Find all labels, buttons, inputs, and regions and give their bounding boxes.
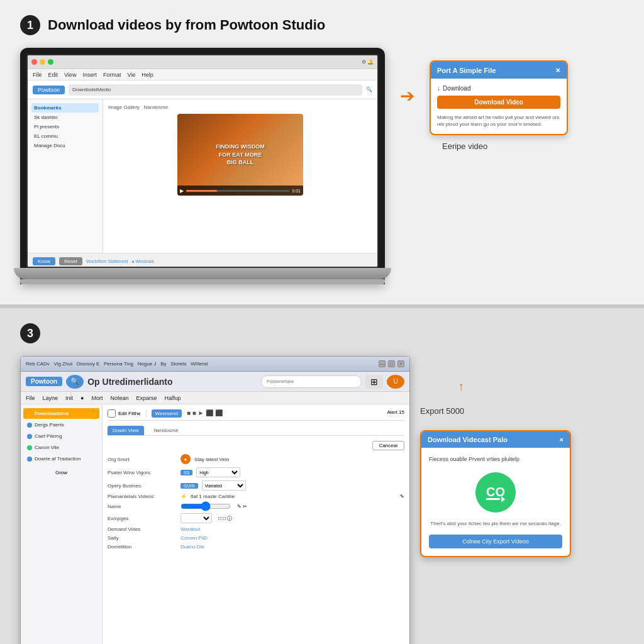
menu-layne[interactable]: Layne [43,395,58,401]
reset-button[interactable]: Reset [59,257,82,265]
toggle-icons: □ □ ⓘ [218,515,232,522]
submenu-checkbox: Edit Filthe [108,409,147,418]
sidebar-icon-dergs [27,423,32,428]
menu-mort[interactable]: Mort [92,395,103,401]
know-button[interactable]: Know [33,257,55,265]
co-circle: CO [475,472,516,513]
label-plamantetals: Plamantetals Videos: [108,494,177,499]
laptop-foot [20,279,385,284]
alert-badge: Alert 15 [387,409,404,418]
label-org-snort: Org Snort [108,457,177,462]
play-icon[interactable]: ▶ [180,188,184,194]
badge-opery: GUIN [180,483,198,489]
link-dometition[interactable]: Dueno Dle [180,544,204,550]
sidebar-item-canon[interactable]: Canon Vile [23,442,99,453]
link-demand[interactable]: Wantlout [180,526,200,532]
label-opery: Opery Bustnes: [108,483,177,489]
laptop: ⚙ 🔔 File Edit View Insert Format Vie Hel… [20,48,385,284]
progress-fill [186,190,217,192]
form-row-dometition: Dometition Dueno Dle [108,544,404,550]
maximize-dot[interactable] [48,59,53,65]
label-demand: Demand Vides [108,526,177,532]
url-bar[interactable]: DowntlodelMedio [69,84,362,96]
submenu-weorsend[interactable]: Weorsend [152,409,182,418]
dialog-header: Port A Simple File × [431,62,567,79]
val-plamantetals: 6af 1 maste Cartitre [191,494,235,499]
form-row-org-snort: Org Snort ● Stay latest Velo [108,454,404,464]
label-name: Name [108,504,177,509]
minimize-dot[interactable] [40,59,45,65]
slider-name[interactable] [180,502,231,510]
download-video-button[interactable]: Download Video [437,96,560,109]
export-dialog-body: Fiecess ouable Prvent vrties pluitelp CO… [421,448,570,556]
sidebar-item-dergs[interactable]: Dergs Paerts [23,419,99,430]
btn-plamantetals[interactable]: ✎ [400,494,404,499]
export-dialog-close[interactable]: × [560,436,564,443]
menu-init[interactable]: Init [65,395,73,401]
link-salty[interactable]: Cornen PilD [180,535,208,541]
tab-dowln[interactable]: Dowln View [108,426,144,435]
menu-dot: ● [80,395,84,401]
close-button[interactable]: × [397,360,404,367]
winsload-link[interactable]: ● Winsload [131,259,153,264]
export-dialog-header: Download Videcast Palo × [421,431,570,448]
dialog-body: ↓ Download Download Video Making the aim… [431,79,567,134]
menu-file[interactable]: File [26,395,35,401]
video-thumbnail: FINDING WISDOMFOR EAT MOREBIG BALL ▶ 0:0… [177,114,303,196]
panel-step3: 3 Reb CADv Vig Zhut Dioosoy E Persona Ti… [0,308,644,644]
sidebar-item-manage[interactable]: Manage Docu [31,141,99,150]
app-window: Reb CADv Vig Zhut Dioosoy E Persona Ting… [20,356,410,644]
sidebar-icon-canon [27,445,32,450]
sidebar-item-el[interactable]: EL commu [31,131,99,141]
win-controls: — □ × [379,360,404,367]
step1-content: ⚙ 🔔 File Edit View Insert Format Vie Hel… [20,48,624,284]
select-exmpges[interactable] [180,513,212,523]
search-icon: 🔍 [70,377,79,386]
toolbar-tab[interactable]: Powtoon [33,86,65,94]
step3-number: 3 [20,323,40,343]
tab-nendosme[interactable]: Nendosme [149,426,184,435]
laptop-screen: ⚙ 🔔 File Edit View Insert Format Vie Hel… [26,54,379,268]
sidebar-icon-download [27,411,32,416]
menu-exparse[interactable]: Exparse [136,395,157,401]
slider-icons: ✎ ✂ [237,504,247,509]
sidebar-item-download[interactable]: Downloadnme [23,408,99,419]
sidebar-item-caef[interactable]: Caef Pilemg [23,431,99,441]
search-input[interactable] [261,375,362,388]
app-sidebar: Downloadnme Dergs Paerts Caef Pilemg [21,404,103,644]
sidebar-item-sk[interactable]: Sk dashbo [31,113,99,122]
time-display: 0:01 [292,189,301,193]
screen-bottom-bar: Know Reset Wocbfition Stafement ● Winslo… [28,253,377,268]
dialog-close-icon[interactable]: × [555,65,560,75]
export-arrow-area: Export 5000 [420,406,464,416]
minimize-button[interactable]: — [379,360,386,367]
progress-bar[interactable] [186,190,289,192]
sidebar-item-dowrie[interactable]: Dowrie af Tradaction [23,453,99,464]
grid-icon[interactable]: ⊞ [365,375,383,389]
search-circle[interactable]: 🔍 [66,375,84,389]
download-dialog: Port A Simple File × ↓ Download Download… [430,60,568,135]
form-row-exmpges: Exmpges □ □ ⓘ [108,513,404,523]
form-row-opery: Opery Bustnes: GUIN Viariated [108,480,404,491]
maximize-button[interactable]: □ [388,360,395,367]
laptop-base [14,268,391,279]
wocbfition-link[interactable]: Wocbfition Stafement [86,259,128,264]
sidebar-item-bookmarks[interactable]: Bookmarks [31,103,99,113]
export-dialog-button[interactable]: Colnee City Export Videoo [429,535,562,548]
step1-header: 1 Download videos by from Powtoon Studio [20,15,624,35]
badge-psater: SS [180,470,192,475]
menu-halfup[interactable]: Halfup [165,395,181,401]
cancel-button[interactable]: Canceal [372,441,404,450]
sidebar-item-pl[interactable]: Pl presents [31,122,99,131]
submenu-icons: ■ ■ ► ⬛ ⬛ [187,409,223,418]
close-dot[interactable] [31,59,37,65]
form-row-plamantetals: Plamantetals Videos: ⚡ 6af 1 maste Carti… [108,494,404,499]
search-icon: 🔍 [366,87,372,92]
select-opery[interactable]: Viariated [202,480,246,491]
video-overlay-text: FINDING WISDOMFOR EAT MOREBIG BALL [216,143,265,167]
menu-notean[interactable]: Notean [111,395,129,401]
form-row-psater: Psater Wirw Vigors: SS High [108,467,404,477]
submenu-check[interactable] [108,409,116,418]
user-avatar[interactable]: U [387,375,404,389]
select-psater[interactable]: High [196,467,240,477]
